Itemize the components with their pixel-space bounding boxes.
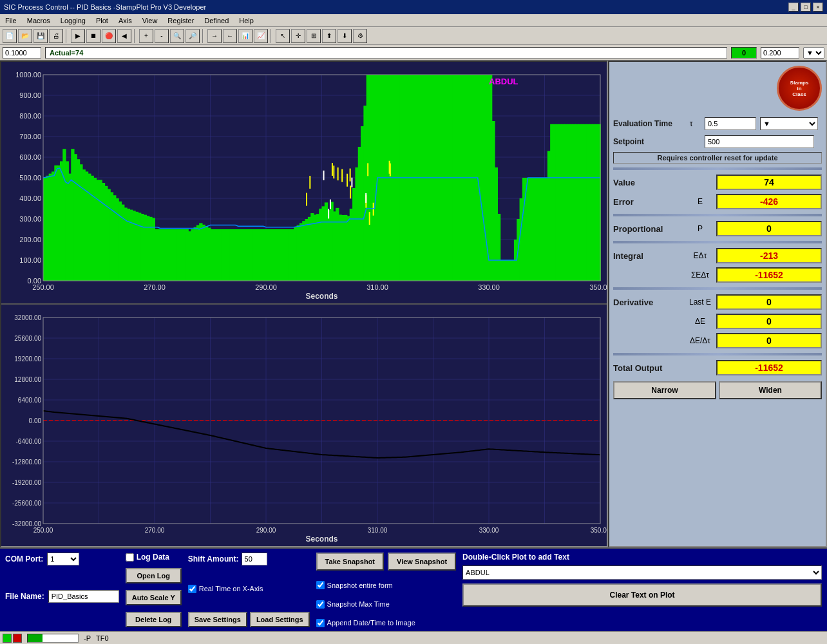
menu-logging[interactable]: Logging [58, 16, 88, 25]
evaluation-time-input[interactable] [705, 117, 756, 130]
log-data-checkbox[interactable] [126, 553, 134, 562]
delta-e-tau-display: 0 [716, 333, 822, 348]
logo-area: StampsinClass [613, 66, 822, 111]
tb-shift[interactable]: → [207, 29, 222, 43]
file-name-input[interactable] [48, 590, 119, 603]
integral-row: Integral EΔτ -213 [613, 247, 822, 264]
tb-back[interactable]: ◀ [117, 29, 131, 43]
append-datetime-checkbox[interactable] [316, 619, 325, 627]
tb-crosshair[interactable]: ✛ [291, 29, 305, 43]
append-datetime-label: Append Date/Time to Image [327, 619, 415, 627]
top-chart-canvas[interactable] [1, 62, 607, 303]
axis-left-input[interactable] [3, 47, 41, 59]
name-dropdown[interactable]: ABDUL [462, 565, 822, 580]
menu-help[interactable]: Help [236, 16, 256, 25]
charts-area [0, 61, 608, 547]
menu-macros[interactable]: Macros [24, 16, 53, 25]
menu-axis[interactable]: Axis [116, 16, 135, 25]
bottom-chart[interactable] [1, 305, 607, 546]
snapshot-max-time-checkbox[interactable] [316, 600, 325, 609]
tb-import[interactable]: ⬇ [337, 29, 352, 43]
total-output-display: -11652 [716, 360, 822, 375]
error-row: Error E -426 [613, 193, 822, 210]
integral-symbol: EΔτ [684, 251, 716, 260]
tb-new[interactable]: 📄 [3, 29, 17, 43]
tb-plus[interactable]: + [139, 29, 153, 43]
divider-5 [613, 353, 822, 355]
delete-log-button[interactable]: Delete Log [126, 612, 182, 627]
tb-print[interactable]: 🖨 [49, 29, 63, 43]
bottom-panel: COM Port: 1 File Name: Log Data Open Log… [0, 547, 827, 631]
delta-e-symbol: ΔE [684, 317, 716, 326]
integral-label: Integral [613, 251, 684, 261]
tb-shift2[interactable]: ← [223, 29, 237, 43]
open-log-button[interactable]: Open Log [126, 568, 182, 583]
toolbar: 📄 📂 💾 🖨 ▶ ⏹ 🔴 ◀ + - 🔍 🔎 → ← 📊 📈 ↖ ✛ ⊞ ⬆ … [0, 27, 827, 45]
close-button[interactable]: × [813, 3, 823, 12]
window-controls[interactable]: _ □ × [788, 3, 823, 12]
proportional-display: 0 [716, 221, 822, 236]
derivative-row: Derivative Last E 0 [613, 294, 822, 310]
auto-scale-y-button[interactable]: Auto Scale Y [126, 590, 182, 605]
shift-amount-input[interactable] [242, 553, 267, 565]
status-bar: -P TF0 [0, 631, 827, 644]
evaluation-time-dropdown[interactable]: ▼ [760, 117, 818, 130]
file-name-label: File Name: [5, 592, 44, 601]
take-snapshot-button[interactable]: Take Snapshot [316, 553, 384, 571]
tb-stop[interactable]: ⏹ [86, 29, 100, 43]
tb-save[interactable]: 💾 [33, 29, 48, 43]
tb-tool2[interactable]: 📈 [254, 29, 268, 43]
axis-right-input[interactable] [761, 47, 799, 59]
snapshot-entire-form-checkbox[interactable] [316, 581, 325, 589]
tb-export[interactable]: ⬆ [322, 29, 336, 43]
menu-plot[interactable]: Plot [93, 16, 111, 25]
proportional-label: Proportional [613, 224, 684, 234]
tb-minus[interactable]: - [155, 29, 169, 43]
delta-e-row: ΔE 0 [613, 313, 822, 330]
setpoint-input[interactable] [705, 135, 814, 148]
clear-text-button[interactable]: Clear Text on Plot [462, 583, 822, 607]
menu-file[interactable]: File [3, 16, 19, 25]
tb-run[interactable]: ▶ [71, 29, 85, 43]
tb-grid[interactable]: ⊞ [307, 29, 321, 43]
divider-3 [613, 241, 822, 243]
setpoint-label: Setpoint [613, 137, 678, 146]
tb-reset[interactable]: 🔴 [102, 29, 116, 43]
status-light-1 [3, 634, 12, 643]
snapshot-entire-form-label: Snapshot entire form [327, 582, 393, 589]
title-bar: SIC Process Control -- PID Basics -Stamp… [0, 0, 827, 14]
menu-defined[interactable]: Defined [202, 16, 231, 25]
tb-settings[interactable]: ⚙ [353, 29, 367, 43]
error-label: Error [613, 197, 684, 207]
save-settings-button[interactable]: Save Settings [188, 612, 247, 627]
widen-button[interactable]: Widen [719, 381, 822, 399]
tb-tool1[interactable]: 📊 [238, 29, 252, 43]
minimize-button[interactable]: _ [788, 3, 799, 12]
maximize-button[interactable]: □ [801, 3, 811, 12]
tb-cursor[interactable]: ↖ [276, 29, 290, 43]
reset-notice: Requires controller reset for update [613, 152, 822, 164]
bottom-chart-canvas[interactable] [1, 305, 607, 546]
tb-zoom2[interactable]: 🔎 [185, 29, 200, 43]
bottom-col-1: COM Port: 1 File Name: [5, 553, 119, 627]
menu-view[interactable]: View [140, 16, 160, 25]
menu-register[interactable]: Register [165, 16, 196, 25]
com-port-label: COM Port: [5, 554, 43, 564]
sum-symbol: ΣEΔτ [684, 270, 716, 279]
load-settings-button[interactable]: Load Settings [250, 612, 310, 627]
real-time-checkbox[interactable] [188, 585, 196, 593]
axis-dropdown[interactable]: ▼ [803, 47, 824, 59]
tb-zoom[interactable]: 🔍 [170, 29, 184, 43]
delta-e-display: 0 [716, 314, 822, 329]
com-port-select[interactable]: 1 [47, 553, 79, 565]
divider-2 [613, 214, 822, 216]
view-snapshot-button[interactable]: View Snapshot [388, 553, 456, 571]
green-value-box: 0 [731, 47, 757, 59]
tb-open[interactable]: 📂 [18, 29, 32, 43]
narrow-button[interactable]: Narrow [613, 381, 716, 399]
total-output-row: Total Output -11652 [613, 359, 822, 376]
top-chart[interactable] [1, 62, 607, 305]
real-time-label: Real Time on X-Axis [199, 585, 263, 592]
status-progress [27, 634, 79, 643]
p-symbol: P [684, 224, 716, 233]
